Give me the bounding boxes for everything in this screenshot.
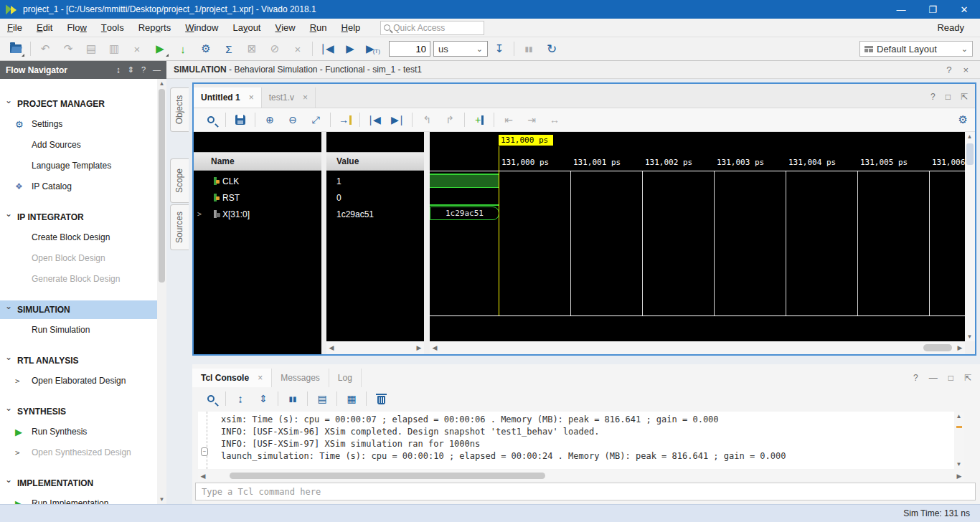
goto-cursor-button[interactable]: → — [336, 110, 354, 129]
time-cursor[interactable] — [499, 146, 499, 315]
flow-item[interactable]: ❖ IP Catalog — [0, 176, 166, 196]
signal-value-row[interactable]: 1c29ac51 — [326, 206, 424, 222]
scrollbar-thumb[interactable] — [966, 143, 974, 165]
flow-item[interactable]: > Open Elaborated Design — [0, 370, 166, 391]
menu-item[interactable]: Help — [334, 19, 368, 37]
console-horizontal-scrollbar[interactable]: ◀ ▶ — [198, 470, 964, 481]
collapse-all-button[interactable]: ↨ — [231, 389, 250, 408]
flow-item[interactable]: PROJECT MANAGER — [0, 95, 166, 113]
collapse-all-icon[interactable]: ↨ — [116, 65, 121, 75]
settings-button[interactable]: ⚙ — [197, 39, 215, 58]
relaunch-button[interactable]: ↻ — [542, 39, 561, 58]
column-divider[interactable] — [321, 132, 326, 354]
copy-output-button[interactable]: ▤ — [313, 389, 331, 408]
minimize-panel-icon[interactable]: — — [153, 65, 161, 75]
maximize-button[interactable]: ❐ — [917, 0, 948, 19]
report-button[interactable]: Σ — [220, 39, 238, 58]
close-tab-icon[interactable]: × — [249, 92, 254, 103]
console-tab[interactable]: Messages — [272, 369, 329, 387]
close-button[interactable]: ✕ — [948, 0, 980, 19]
scroll-left-icon[interactable]: ◀ — [198, 470, 208, 483]
scroll-right-icon[interactable]: ▶ — [954, 470, 964, 483]
flow-item[interactable]: SIMULATION — [0, 300, 166, 319]
menu-item[interactable]: Run — [303, 19, 334, 37]
signal-value-row[interactable]: 1 — [326, 173, 424, 189]
quick-access-search[interactable]: Quick Access — [380, 21, 484, 35]
run-for-time-button[interactable]: ▶(T) — [364, 39, 382, 58]
scrollbar-thumb[interactable] — [159, 89, 165, 283]
scroll-down-icon[interactable]: ▼ — [965, 332, 974, 341]
signal-value-row[interactable]: 0 — [326, 189, 424, 206]
console-tab[interactable]: Log — [329, 369, 362, 387]
scroll-left-icon[interactable]: ◀ — [326, 341, 336, 354]
flow-item[interactable]: IMPLEMENTATION — [0, 474, 166, 493]
flow-item[interactable]: Generate Block Design — [0, 268, 166, 289]
run-time-input[interactable] — [389, 41, 430, 57]
zoom-in-button[interactable]: ⊕ — [260, 110, 279, 129]
layout-select[interactable]: Default Layout ⌄ — [859, 41, 973, 57]
flow-item[interactable]: Language Templates — [0, 155, 166, 176]
close-panel-icon[interactable]: × — [963, 65, 969, 75]
wave-horizontal-scrollbar[interactable]: ◀ ▶ — [430, 341, 965, 354]
console-output[interactable]: − xsim: Time (s): cpu = 00:00:07 ; elaps… — [198, 412, 954, 469]
menu-item[interactable]: Layout — [225, 19, 268, 37]
zoom-fit-button[interactable]: ⤢ — [306, 110, 325, 129]
wave-settings-gear-icon[interactable]: ⚙ — [958, 113, 968, 126]
menu-item[interactable]: Tools — [94, 19, 131, 37]
flow-item[interactable]: Add Sources — [0, 134, 166, 155]
step-button[interactable]: ↓ — [174, 39, 192, 58]
flow-item[interactable]: RTL ANALYSIS — [0, 351, 166, 370]
flow-item[interactable]: IP INTEGRATOR — [0, 208, 166, 227]
time-cursor-label[interactable]: 131,000 ps — [499, 135, 553, 146]
save-waveform-button[interactable] — [231, 110, 250, 129]
wave-clk[interactable] — [430, 174, 499, 188]
scroll-left-icon[interactable]: ◀ — [430, 341, 440, 354]
editor-tab[interactable]: test1.v × — [262, 87, 316, 108]
signal-name-row[interactable]: >X[31:0] — [194, 206, 321, 222]
flow-item[interactable]: Open Block Design — [0, 247, 166, 268]
next-transition-button[interactable]: ▶∣ — [388, 110, 407, 129]
flow-item[interactable]: ▶ Run Implementation — [0, 493, 166, 504]
sidetab-scope[interactable]: Scope — [170, 158, 189, 203]
close-tab-icon[interactable]: × — [303, 92, 308, 103]
flow-item[interactable]: > Open Synthesized Design — [0, 442, 166, 462]
maximize-panel-icon[interactable]: □ — [948, 373, 953, 383]
help-icon[interactable]: ? — [930, 92, 936, 102]
value-column-header[interactable]: Value — [326, 152, 424, 171]
flow-item[interactable]: Run Simulation — [0, 319, 166, 340]
values-horizontal-scrollbar[interactable]: ◀ ▶ — [326, 341, 424, 354]
signal-name-row[interactable]: CLK — [194, 173, 321, 189]
add-marker-button[interactable]: + — [470, 110, 489, 129]
run-button[interactable]: ▶ — [151, 39, 169, 58]
panel-splitter[interactable] — [424, 132, 430, 354]
wave-x-31-0-[interactable]: 1c29ac51 — [430, 207, 499, 220]
sidetab-objects[interactable]: Objects — [170, 87, 189, 132]
previous-transition-button[interactable]: ∣◀ — [365, 110, 384, 129]
scroll-down-icon[interactable]: ▼ — [157, 495, 166, 504]
console-search-button[interactable] — [202, 389, 220, 408]
menu-item[interactable]: Flow — [60, 19, 93, 37]
flow-item[interactable]: SYNTHESIS — [0, 402, 166, 421]
scroll-up-icon[interactable]: ▲ — [157, 79, 166, 88]
float-panel-icon[interactable]: ⇱ — [961, 92, 968, 102]
time-unit-select[interactable]: us ⌄ — [433, 41, 488, 57]
menu-item[interactable]: Edit — [29, 19, 60, 37]
fold-toggle-icon[interactable]: − — [201, 447, 208, 456]
signal-name-row[interactable]: RST — [194, 189, 321, 206]
pause-output-button[interactable]: ▮▮ — [283, 389, 302, 408]
scroll-right-icon[interactable]: ▶ — [414, 341, 424, 354]
help-icon[interactable]: ? — [946, 65, 951, 75]
maximize-panel-icon[interactable]: □ — [946, 92, 951, 102]
flow-navigator-scrollbar[interactable]: ▲ ▼ — [157, 79, 166, 504]
close-tab-icon[interactable]: × — [258, 373, 263, 383]
flow-item[interactable]: ▶ Run Synthesis — [0, 421, 166, 442]
flow-item[interactable]: ⚙ Settings — [0, 113, 166, 134]
scrollbar-thumb[interactable] — [230, 473, 545, 479]
float-panel-icon[interactable]: ⇱ — [964, 373, 971, 383]
expand-all-icon[interactable]: ⇕ — [128, 65, 134, 75]
waveform-canvas[interactable]: 131,000 ps131,001 ps131,002 ps131,003 ps… — [430, 132, 965, 341]
scroll-up-icon[interactable]: ▲ — [965, 132, 974, 141]
run-all-button[interactable]: ▶ — [341, 39, 359, 58]
wave-rst[interactable] — [430, 204, 499, 206]
menu-item[interactable]: Reports — [131, 19, 179, 37]
